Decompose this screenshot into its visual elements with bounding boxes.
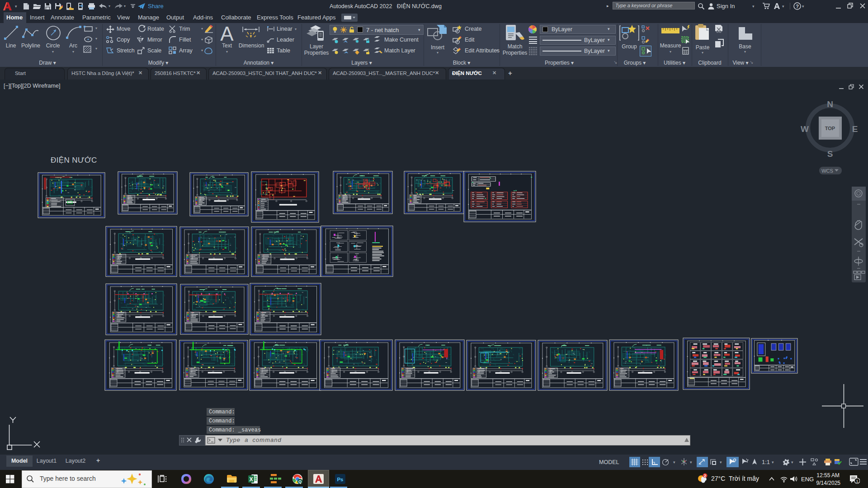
- svg-text:W: W: [801, 124, 809, 134]
- svg-text:WCS: WCS: [821, 168, 833, 174]
- svg-text:N: N: [827, 99, 833, 109]
- svg-text:1: 1: [856, 479, 858, 483]
- svg-text:X: X: [249, 476, 253, 483]
- svg-text:Ps: Ps: [337, 477, 343, 482]
- svg-text:Q: Q: [298, 479, 302, 484]
- svg-text:S: S: [827, 149, 833, 159]
- svg-text:2: 2: [704, 474, 706, 478]
- svg-text:TOP: TOP: [825, 126, 835, 131]
- svg-text:E: E: [852, 124, 858, 134]
